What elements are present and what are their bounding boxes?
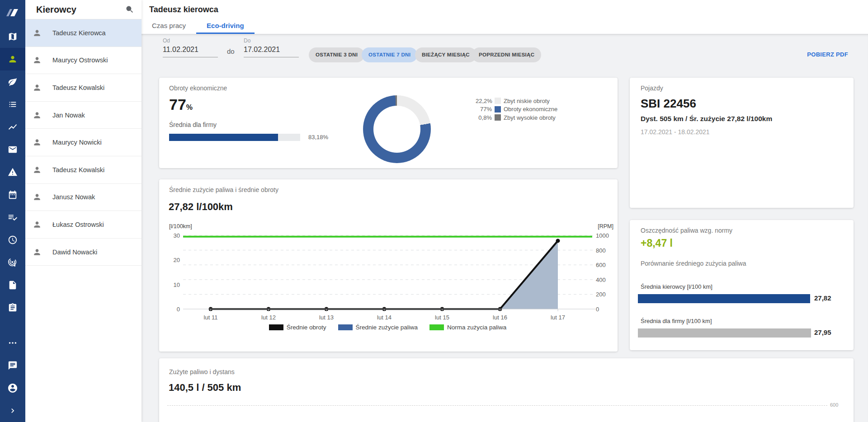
mail-icon[interactable] xyxy=(0,138,25,161)
search-icon[interactable] xyxy=(125,5,134,14)
date-from-input[interactable]: 11.02.2021 xyxy=(163,44,218,57)
svg-text:400: 400 xyxy=(596,277,606,283)
documents-icon[interactable] xyxy=(0,274,25,296)
legend-pct: 0,8% xyxy=(476,114,492,121)
card-zuzyte-paliwo: Zużyte paliwo i dystans 140,5 l / 505 km… xyxy=(159,358,854,422)
svg-text:10: 10 xyxy=(174,281,180,288)
chart-legend-item-2: Norma zużycia paliwa xyxy=(429,324,506,331)
driver-list-item-3[interactable]: Jan Nowak xyxy=(25,102,142,129)
person-icon xyxy=(33,56,42,65)
date-to-label: Do xyxy=(244,38,299,44)
donut-legend-row-1: 77%Obroty ekonomiczne xyxy=(476,105,557,114)
content-body: Od 11.02.2021 do Do 17.02.2021 OSTATNIE … xyxy=(142,34,868,422)
tab-czas-pracy[interactable]: Czas pracy xyxy=(142,19,196,34)
svg-text:lut 15: lut 15 xyxy=(435,314,449,321)
map-icon[interactable] xyxy=(0,25,25,48)
chart-legend-item-1: Średnie zużycie paliwa xyxy=(338,324,418,331)
person-icon xyxy=(33,83,42,92)
comparison-title: Porównanie średniego zużycia paliwa xyxy=(641,260,746,267)
company-avg-label: Średnia dla firmy xyxy=(169,121,217,128)
calendar-icon[interactable] xyxy=(0,183,25,206)
svg-text:20: 20 xyxy=(174,257,180,263)
tab-bar: Czas pracy Eco-driving xyxy=(142,19,255,34)
preset-chip-0[interactable]: OSTATNIE 3 DNI xyxy=(309,47,364,62)
chart-legend-item-0: Średnie obroty xyxy=(269,324,326,331)
person-icon xyxy=(33,138,42,147)
svg-text:lut 14: lut 14 xyxy=(377,314,392,321)
more-icon[interactable] xyxy=(0,332,25,354)
bar-fill xyxy=(638,328,811,338)
tracking-icon[interactable] xyxy=(0,251,25,274)
progress-fill xyxy=(169,134,278,141)
legend-label: Obroty ekonomiczne xyxy=(504,106,557,113)
driver-name: Dawid Nowacki xyxy=(52,249,97,256)
tasks-icon[interactable] xyxy=(0,206,25,229)
driver-name: Łukasz Ostrowski xyxy=(52,221,104,228)
svg-text:1000: 1000 xyxy=(596,232,609,239)
preset-chip-2[interactable]: BIEŻĄCY MIESIĄC xyxy=(415,47,476,62)
legend-swatch xyxy=(495,98,501,104)
drivers-icon[interactable] xyxy=(0,48,25,70)
person-icon xyxy=(33,220,42,229)
driver-avg-bar xyxy=(638,294,811,303)
card-pojazdy: Pojazdy SBI 22456 Dyst. 505 km / Śr. zuż… xyxy=(630,78,854,208)
tab-eco-driving[interactable]: Eco-driving xyxy=(196,19,255,34)
card-title: Pojazdy xyxy=(641,84,663,92)
eco-leaf-icon[interactable] xyxy=(0,70,25,93)
driver-avg-value: 27,82 xyxy=(814,294,831,302)
list-icon[interactable] xyxy=(0,93,25,116)
card-obroty-ekonomiczne: Obroty ekonomiczne 77% Średnia dla firmy… xyxy=(159,78,618,168)
trending-icon[interactable] xyxy=(0,116,25,138)
company-avg-progressbar xyxy=(169,134,300,141)
card-title: Obroty ekonomiczne xyxy=(169,84,227,92)
preset-chip-1[interactable]: OSTATNIE 7 DNI xyxy=(362,47,417,62)
donut-legend-row-2: 0,8%Zbyt wysokie obroty xyxy=(476,113,557,122)
svg-text:[l/100km]: [l/100km] xyxy=(169,223,192,230)
driver-panel-title: Kierowcy xyxy=(36,5,125,15)
driver-name: Maurycy Ostrowski xyxy=(52,56,108,64)
fuel-distance-value: 140,5 l / 505 km xyxy=(169,382,241,394)
preset-chip-3[interactable]: POPRZEDNI MIESIĄC xyxy=(472,47,541,62)
driver-list: Tadeusz Kierowca Maurycy Ostrowski Tadeu… xyxy=(25,19,142,266)
expand-icon[interactable] xyxy=(0,399,25,422)
legend-swatch xyxy=(429,324,444,330)
account-icon[interactable] xyxy=(0,377,25,399)
svg-text:lut 11: lut 11 xyxy=(204,314,218,321)
driver-name: Janusz Nowak xyxy=(52,193,95,201)
svg-text:[RPM]: [RPM] xyxy=(598,223,613,230)
svg-text:lut 16: lut 16 xyxy=(493,314,507,321)
legend-swatch xyxy=(495,106,501,113)
brand-logo xyxy=(0,0,25,25)
driver-list-item-5[interactable]: Tadeusz Kowalski xyxy=(25,156,142,184)
driver-list-item-0[interactable]: Tadeusz Kierowca xyxy=(25,19,142,47)
reports-icon[interactable] xyxy=(0,296,25,319)
driver-avg-label: Średnia kierowcy [l/100 km] xyxy=(641,283,712,290)
driver-list-item-2[interactable]: Tadeusz Kowalski xyxy=(25,74,142,102)
card-title: Zużyte paliwo i dystans xyxy=(169,368,235,375)
driver-list-item-1[interactable]: Maurycy Ostrowski xyxy=(25,47,142,75)
chat-icon[interactable] xyxy=(0,354,25,377)
driver-list-item-6[interactable]: Janusz Nowak xyxy=(25,184,142,211)
donut-legend: 22,2%Zbyt niskie obroty77%Obroty ekonomi… xyxy=(476,97,557,122)
company-avg-bar xyxy=(638,328,811,338)
driver-name: Jan Nowak xyxy=(52,112,85,119)
svg-text:0: 0 xyxy=(177,306,180,313)
company-avg-value: 27,95 xyxy=(814,328,831,336)
history-icon[interactable] xyxy=(0,229,25,251)
legend-swatch xyxy=(269,324,283,330)
driver-list-item-4[interactable]: Maurycy Nowicki xyxy=(25,129,142,156)
alerts-icon[interactable] xyxy=(0,161,25,183)
legend-swatch xyxy=(338,324,353,330)
driver-name: Tadeusz Kowalski xyxy=(52,84,104,91)
vehicle-details: Dyst. 505 km / Śr. zużycie 27,82 l/100km xyxy=(641,115,772,123)
legend-pct: 22,2% xyxy=(476,98,492,104)
download-pdf-button[interactable]: POBIERZ PDF xyxy=(807,51,848,58)
content-header: Tadeusz kierowca Czas pracy Eco-driving xyxy=(142,0,868,34)
driver-list-item-8[interactable]: Dawid Nowacki xyxy=(25,239,142,266)
card-fuel-rpm-chart: Średnie zużycie paliwa i średnie obroty … xyxy=(159,179,618,352)
person-icon xyxy=(33,28,42,38)
svg-text:30: 30 xyxy=(174,232,180,239)
date-to-input[interactable]: 17.02.2021 xyxy=(244,44,299,57)
legend-label: Norma zużycia paliwa xyxy=(447,324,506,331)
driver-list-item-7[interactable]: Łukasz Ostrowski xyxy=(25,211,142,239)
